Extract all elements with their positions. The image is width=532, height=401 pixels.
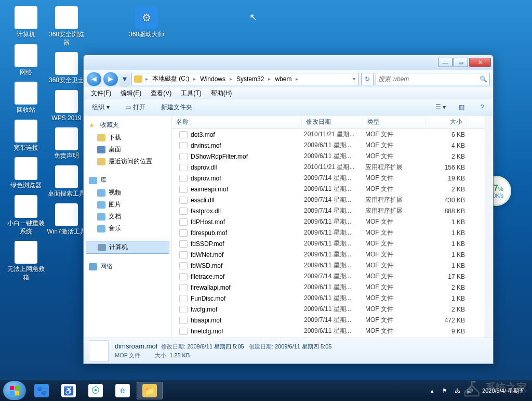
- sidebar-item-network[interactable]: 网络: [84, 260, 171, 273]
- breadcrumb-segment[interactable]: Windows: [197, 73, 229, 85]
- menu-tools[interactable]: 工具(T): [177, 88, 205, 99]
- sidebar-item-computer[interactable]: 计算机: [86, 241, 169, 254]
- tray-expand-icon[interactable]: ▴: [428, 386, 436, 395]
- file-row[interactable]: hbaapi.mof2009/7/14 星期...MOF 文件472 KB: [172, 315, 485, 326]
- file-row[interactable]: eaimeapi.mof2009/6/11 星期...MOF 文件2 KB: [172, 184, 485, 195]
- menu-view[interactable]: 查看(V): [147, 88, 176, 99]
- col-name[interactable]: 名称: [172, 118, 302, 126]
- file-row[interactable]: esscli.dll2009/7/14 星期...应用程序扩展430 KB: [172, 195, 485, 205]
- sidebar-item-documents[interactable]: 文档: [84, 211, 171, 223]
- desktop-icon[interactable]: 小白一键重装系统: [5, 194, 47, 237]
- desktop-icon[interactable]: 桌面搜索工具: [46, 164, 87, 199]
- menu-edit[interactable]: 编辑(E): [116, 88, 145, 99]
- file-row[interactable]: fastprox.dll2009/7/14 星期...应用程序扩展888 KB: [172, 205, 485, 216]
- sidebar-item-pictures[interactable]: 图片: [84, 199, 171, 211]
- col-date[interactable]: 修改日期: [302, 118, 363, 126]
- taskbar-item[interactable]: ♿: [56, 382, 82, 399]
- file-type: 应用程序扩展: [365, 206, 428, 215]
- sidebar-item-videos[interactable]: 视频: [84, 187, 171, 199]
- file-icon: [179, 218, 188, 226]
- file-row[interactable]: drvinst.mof2009/6/11 星期...MOF 文件4 KB: [172, 140, 485, 151]
- breadcrumb-segment[interactable]: wbem: [272, 73, 295, 85]
- sidebar-libraries[interactable]: 库: [84, 174, 171, 187]
- desktop-icon[interactable]: 无法上网急救箱: [5, 240, 47, 282]
- file-type: MOF 文件: [365, 327, 428, 335]
- file-name: dsprov.dll: [191, 164, 304, 171]
- file-date: 2009/7/14 星期...: [304, 196, 365, 204]
- view-button[interactable]: ☰ ▾: [434, 101, 447, 113]
- sidebar-favorites[interactable]: ★收藏夹: [84, 119, 171, 132]
- file-row[interactable]: filetrace.mof2009/7/14 星期...MOF 文件17 KB: [172, 271, 485, 282]
- tray-network-icon[interactable]: 🖧: [453, 386, 461, 395]
- help-button[interactable]: ?: [475, 101, 489, 113]
- search-icon[interactable]: 🔍: [480, 75, 487, 83]
- menu-file[interactable]: 文件(F): [87, 88, 115, 99]
- col-type[interactable]: 类型: [363, 118, 425, 126]
- file-row[interactable]: hnetcfg.mof2009/6/11 星期...MOF 文件9 KB: [172, 326, 485, 337]
- file-type: MOF 文件: [365, 283, 428, 292]
- menu-help[interactable]: 帮助(H): [207, 88, 236, 99]
- desktop-icon[interactable]: 网络: [5, 43, 47, 78]
- navbar: ◄ ► ▾ ▸ 本地磁盘 (C:)▸ Windows▸ System32▸ wb…: [84, 70, 493, 87]
- desktop-icon[interactable]: ⚙360驱动大师: [126, 5, 167, 40]
- tray-volume-icon[interactable]: 🔊: [466, 386, 474, 395]
- desktop-icon[interactable]: 回收站: [5, 81, 47, 115]
- sidebar-item-recent[interactable]: 最近访问的位置: [84, 156, 171, 167]
- sidebar-item-desktop[interactable]: 桌面: [84, 144, 171, 156]
- file-row[interactable]: fdWSD.mof2009/6/11 星期...MOF 文件1 KB: [172, 260, 485, 271]
- file-row[interactable]: DShowRdpFilter.mof2009/6/11 星期...MOF 文件2…: [172, 151, 485, 162]
- history-dropdown[interactable]: ▾: [120, 72, 129, 86]
- breadcrumb-segment[interactable]: 本地磁盘 (C:): [149, 73, 192, 85]
- file-type: MOF 文件: [365, 217, 428, 226]
- desktop-icon[interactable]: 计算机: [5, 5, 47, 40]
- tray-flag-icon[interactable]: ⚑: [441, 386, 449, 395]
- sidebar-item-downloads[interactable]: 下载: [84, 132, 171, 144]
- taskbar-item[interactable]: 🐾: [29, 382, 55, 399]
- breadcrumb-segment[interactable]: System32: [233, 73, 267, 85]
- open-button[interactable]: ▭ 打开: [121, 101, 150, 114]
- start-button[interactable]: [3, 381, 26, 400]
- refresh-button[interactable]: ↻: [361, 73, 374, 85]
- scrollbar[interactable]: [485, 115, 493, 338]
- file-row[interactable]: fdrespub.mof2009/6/11 星期...MOF 文件1 KB: [172, 227, 485, 238]
- desktop-icon[interactable]: 360安全卫士: [46, 51, 87, 86]
- desktop-icon[interactable]: 宽带连接: [5, 119, 47, 153]
- desktop-icon-label: Win7激活工具: [47, 228, 86, 236]
- taskbar-item[interactable]: e: [110, 382, 136, 399]
- minimize-button[interactable]: —: [438, 58, 453, 67]
- preview-pane-button[interactable]: ▥: [455, 101, 468, 113]
- desktop-icon[interactable]: 360安全浏览器: [46, 5, 87, 48]
- search-input[interactable]: [378, 75, 480, 83]
- file-row[interactable]: fwcfg.mof2009/6/11 星期...MOF 文件2 KB: [172, 304, 485, 315]
- taskbar-item[interactable]: ⦿: [83, 382, 109, 399]
- file-row[interactable]: dsprov.dll2010/11/21 星期...应用程序扩展156 KB: [172, 162, 485, 173]
- desktop-icon[interactable]: 绿色浏览器: [5, 156, 47, 191]
- desktop-icon-label: 计算机: [17, 31, 35, 39]
- file-row[interactable]: fdSSDP.mof2009/6/11 星期...MOF 文件1 KB: [172, 238, 485, 249]
- desktop-icon[interactable]: WPS 2019: [46, 89, 87, 124]
- file-row[interactable]: dsprov.mof2009/7/14 星期...MOF 文件19 KB: [172, 173, 485, 184]
- organize-button[interactable]: 组织 ▾: [88, 101, 114, 114]
- forward-button[interactable]: ►: [103, 72, 118, 86]
- col-size[interactable]: 大小: [425, 118, 467, 126]
- file-row[interactable]: fdPHost.mof2009/6/11 星期...MOF 文件1 KB: [172, 216, 485, 227]
- close-button[interactable]: ✕: [469, 58, 491, 67]
- search-box[interactable]: 🔍: [376, 73, 490, 85]
- sidebar-item-music[interactable]: 音乐: [84, 223, 171, 235]
- taskbar-item-explorer[interactable]: 📁: [137, 382, 163, 399]
- back-button[interactable]: ◄: [87, 72, 101, 86]
- file-row[interactable]: fdWNet.mof2009/6/11 星期...MOF 文件1 KB: [172, 249, 485, 260]
- desktop-icon[interactable]: Win7激活工具: [46, 202, 87, 237]
- maximize-button[interactable]: ▭: [454, 58, 468, 67]
- addr-dropdown-icon[interactable]: ▾: [350, 76, 358, 82]
- details-modified: 2009/6/11 星期四 5:05: [187, 343, 244, 350]
- titlebar[interactable]: — ▭ ✕: [84, 55, 493, 70]
- address-bar[interactable]: ▸ 本地磁盘 (C:)▸ Windows▸ System32▸ wbem▸ ▾: [131, 73, 359, 85]
- taskbar-clock[interactable]: 2020/9/4/ 星期五: [478, 387, 529, 394]
- new-folder-button[interactable]: 新建文件夹: [157, 101, 196, 114]
- desktop-icon[interactable]: 免责声明: [46, 126, 87, 161]
- file-type: MOF 文件: [365, 185, 428, 193]
- file-row[interactable]: firewallapi.mof2009/6/11 星期...MOF 文件2 KB: [172, 282, 485, 293]
- file-row[interactable]: dot3.mof2010/11/21 星期...MOF 文件6 KB: [172, 129, 485, 140]
- file-row[interactable]: FunDisc.mof2009/6/11 星期...MOF 文件1 KB: [172, 293, 485, 304]
